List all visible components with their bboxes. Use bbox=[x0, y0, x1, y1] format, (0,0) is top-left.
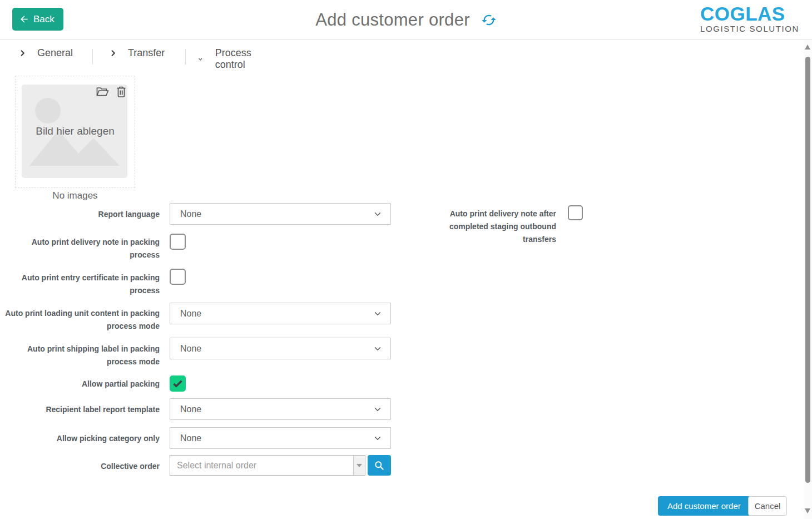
chevron-down-icon bbox=[374, 345, 382, 353]
chevron-right-icon bbox=[109, 49, 117, 57]
collective-order-search-button[interactable] bbox=[368, 455, 391, 476]
page-title: Add customer order bbox=[315, 10, 470, 30]
auto-print-delivery-note-packing-checkbox[interactable] bbox=[170, 234, 186, 250]
collective-order-input[interactable] bbox=[170, 456, 353, 475]
section-transfer[interactable]: Transfer bbox=[109, 47, 165, 59]
vertical-scrollbar bbox=[804, 40, 812, 519]
section-general-label: General bbox=[37, 47, 73, 59]
chevron-down-icon bbox=[374, 406, 382, 413]
auto-print-entry-certificate-checkbox[interactable] bbox=[170, 269, 186, 285]
auto-print-shipping-label-select[interactable]: None bbox=[170, 338, 391, 359]
allow-partial-packing-label: Allow partial packing bbox=[1, 378, 160, 391]
section-process-control-label: Process control bbox=[215, 47, 255, 71]
allow-picking-category-select[interactable]: None bbox=[170, 427, 391, 449]
chevron-down-icon bbox=[374, 434, 382, 442]
dropzone-hint: Bild hier ablegen bbox=[16, 125, 135, 137]
scroll-up-arrow[interactable] bbox=[805, 45, 810, 50]
auto-print-loading-unit-label: Auto print loading unit content in packi… bbox=[1, 307, 160, 333]
chevron-down-icon bbox=[374, 210, 382, 218]
chevron-down-icon bbox=[198, 55, 203, 63]
report-language-select[interactable]: None bbox=[170, 203, 391, 225]
recipient-label-template-select[interactable]: None bbox=[170, 398, 391, 420]
search-icon bbox=[374, 460, 385, 471]
add-customer-order-button[interactable]: Add customer order bbox=[658, 496, 750, 516]
section-process-control[interactable]: Process control bbox=[198, 47, 255, 71]
refresh-icon[interactable] bbox=[481, 12, 497, 28]
section-transfer-label: Transfer bbox=[128, 47, 165, 59]
caret-down-icon bbox=[357, 464, 362, 467]
collective-order-combobox bbox=[170, 455, 365, 476]
delete-image-button[interactable] bbox=[115, 85, 128, 98]
check-icon bbox=[172, 378, 184, 389]
auto-print-delivery-note-packing-label: Auto print delivery note in packing proc… bbox=[1, 236, 160, 261]
auto-print-after-staging-label: Auto print delivery note after completed… bbox=[425, 207, 556, 246]
trash-icon bbox=[115, 85, 128, 98]
folder-open-icon bbox=[96, 85, 109, 98]
auto-print-after-staging-checkbox[interactable] bbox=[568, 205, 583, 220]
chevron-right-icon bbox=[18, 49, 27, 57]
section-general[interactable]: General bbox=[18, 47, 73, 59]
image-dropzone[interactable]: Bild hier ablegen bbox=[15, 76, 135, 188]
collective-order-dropdown-toggle[interactable] bbox=[353, 456, 365, 475]
scrollbar-thumb[interactable] bbox=[805, 57, 810, 483]
add-customer-order-page: Back Add customer order COGLAS LOGISTIC … bbox=[0, 0, 812, 519]
back-button-label: Back bbox=[33, 14, 55, 25]
scroll-down-arrow[interactable] bbox=[805, 508, 810, 513]
collective-order-label: Collective order bbox=[1, 460, 160, 473]
logo-subtitle: LOGISTIC SOLUTION bbox=[700, 24, 799, 34]
cancel-button[interactable]: Cancel bbox=[748, 496, 787, 516]
back-button[interactable]: Back bbox=[12, 8, 63, 31]
auto-print-shipping-label-label: Auto print shipping label in packing pro… bbox=[1, 343, 160, 368]
coglas-logo: COGLAS LOGISTIC SOLUTION bbox=[700, 4, 799, 34]
allow-partial-packing-checkbox[interactable] bbox=[170, 375, 186, 392]
auto-print-entry-certificate-label: Auto print entry certificate in packing … bbox=[1, 271, 160, 297]
section-divider bbox=[185, 49, 186, 65]
open-folder-button[interactable] bbox=[96, 85, 109, 98]
no-images-status: No images bbox=[15, 190, 135, 201]
section-divider bbox=[92, 49, 93, 65]
logo-text: COGLAS bbox=[700, 4, 799, 24]
top-header: Back Add customer order COGLAS LOGISTIC … bbox=[0, 0, 812, 39]
auto-print-loading-unit-select[interactable]: None bbox=[170, 303, 391, 324]
chevron-down-icon bbox=[374, 310, 382, 318]
allow-picking-category-label: Allow picking category only bbox=[1, 432, 160, 445]
arrow-left-icon bbox=[19, 14, 29, 24]
recipient-label-template-label: Recipient label report template bbox=[1, 403, 160, 416]
report-language-label: Report language bbox=[1, 208, 160, 221]
